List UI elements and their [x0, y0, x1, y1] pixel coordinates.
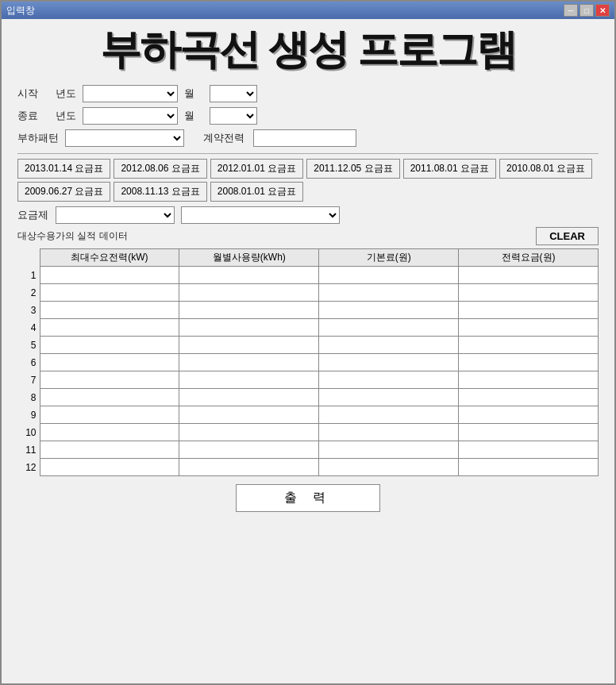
input-basic-fee-4[interactable] — [319, 319, 458, 336]
cell-electricity-fee-2[interactable] — [459, 284, 599, 302]
cell-electricity-fee-4[interactable] — [459, 319, 599, 337]
cell-max-demand-10[interactable] — [40, 424, 179, 441]
cell-electricity-fee-1[interactable] — [459, 267, 599, 284]
cell-monthly-usage-9[interactable] — [179, 406, 319, 424]
cell-monthly-usage-6[interactable] — [179, 354, 319, 371]
tariff-btn-4[interactable]: 2011.08.01 요금표 — [403, 159, 496, 179]
cell-monthly-usage-11[interactable] — [179, 441, 319, 459]
cell-monthly-usage-2[interactable] — [179, 284, 319, 302]
input-electricity-fee-10[interactable] — [459, 424, 598, 441]
end-year-select[interactable] — [83, 107, 178, 125]
pattern-select[interactable] — [65, 129, 184, 147]
input-max-demand-5[interactable] — [40, 337, 179, 353]
tariff-btn-0[interactable]: 2013.01.14 요금표 — [17, 159, 110, 179]
contract-input[interactable] — [253, 129, 356, 147]
cell-monthly-usage-5[interactable] — [179, 337, 319, 354]
cell-basic-fee-8[interactable] — [319, 389, 459, 406]
input-monthly-usage-3[interactable] — [179, 302, 318, 318]
cell-monthly-usage-3[interactable] — [179, 302, 319, 319]
cell-max-demand-4[interactable] — [40, 319, 179, 337]
start-year-select[interactable] — [83, 85, 178, 102]
start-month-select[interactable] — [210, 85, 257, 102]
input-max-demand-12[interactable] — [40, 459, 179, 475]
input-max-demand-8[interactable] — [40, 389, 179, 406]
cell-max-demand-8[interactable] — [40, 389, 179, 406]
clear-button[interactable]: CLEAR — [536, 227, 599, 245]
cell-electricity-fee-7[interactable] — [459, 371, 599, 389]
input-max-demand-1[interactable] — [40, 267, 179, 283]
input-basic-fee-12[interactable] — [319, 459, 458, 475]
input-max-demand-3[interactable] — [40, 302, 179, 318]
cell-electricity-fee-3[interactable] — [459, 302, 599, 319]
cell-basic-fee-11[interactable] — [319, 441, 459, 459]
cell-basic-fee-9[interactable] — [319, 406, 459, 424]
cell-electricity-fee-11[interactable] — [459, 441, 599, 459]
input-monthly-usage-10[interactable] — [179, 424, 318, 441]
cell-max-demand-7[interactable] — [40, 371, 179, 389]
cell-max-demand-3[interactable] — [40, 302, 179, 319]
cell-max-demand-2[interactable] — [40, 284, 179, 302]
cell-monthly-usage-7[interactable] — [179, 371, 319, 389]
input-basic-fee-1[interactable] — [319, 267, 458, 283]
cell-electricity-fee-12[interactable] — [459, 459, 599, 476]
tariff-btn-8[interactable]: 2008.01.01 요금표 — [210, 182, 303, 202]
cell-max-demand-1[interactable] — [40, 267, 179, 284]
cell-max-demand-11[interactable] — [40, 441, 179, 459]
rate-select-1[interactable] — [56, 206, 175, 224]
input-electricity-fee-5[interactable] — [459, 337, 598, 353]
cell-electricity-fee-10[interactable] — [459, 424, 599, 441]
input-monthly-usage-7[interactable] — [179, 371, 318, 388]
input-electricity-fee-1[interactable] — [459, 267, 598, 283]
input-electricity-fee-11[interactable] — [459, 441, 598, 458]
input-electricity-fee-2[interactable] — [459, 284, 598, 301]
cell-electricity-fee-8[interactable] — [459, 389, 599, 406]
cell-monthly-usage-12[interactable] — [179, 459, 319, 476]
cell-monthly-usage-10[interactable] — [179, 424, 319, 441]
input-monthly-usage-9[interactable] — [179, 406, 318, 423]
input-monthly-usage-8[interactable] — [179, 389, 318, 406]
input-monthly-usage-2[interactable] — [179, 284, 318, 301]
maximize-button[interactable]: □ — [579, 4, 594, 17]
input-max-demand-6[interactable] — [40, 354, 179, 371]
cell-basic-fee-12[interactable] — [319, 459, 459, 476]
minimize-button[interactable]: ─ — [564, 4, 578, 17]
cell-basic-fee-3[interactable] — [319, 302, 459, 319]
input-max-demand-7[interactable] — [40, 371, 179, 388]
cell-monthly-usage-8[interactable] — [179, 389, 319, 406]
input-electricity-fee-12[interactable] — [459, 459, 598, 475]
input-electricity-fee-7[interactable] — [459, 371, 598, 388]
input-max-demand-4[interactable] — [40, 319, 179, 336]
tariff-btn-3[interactable]: 2011.12.05 요금표 — [306, 159, 399, 179]
input-basic-fee-10[interactable] — [319, 424, 458, 441]
cell-max-demand-5[interactable] — [40, 337, 179, 354]
input-electricity-fee-6[interactable] — [459, 354, 598, 371]
cell-electricity-fee-5[interactable] — [459, 337, 599, 354]
cell-electricity-fee-6[interactable] — [459, 354, 599, 371]
tariff-btn-7[interactable]: 2008.11.13 요금표 — [114, 182, 206, 202]
close-button[interactable]: ✕ — [595, 4, 610, 17]
input-monthly-usage-11[interactable] — [179, 441, 318, 458]
cell-basic-fee-1[interactable] — [319, 267, 459, 284]
input-max-demand-11[interactable] — [40, 441, 179, 458]
end-month-select[interactable] — [210, 107, 257, 125]
input-electricity-fee-9[interactable] — [459, 406, 598, 423]
input-monthly-usage-1[interactable] — [179, 267, 318, 283]
tariff-btn-5[interactable]: 2010.08.01 요금표 — [499, 159, 592, 179]
input-basic-fee-5[interactable] — [319, 337, 458, 353]
input-max-demand-9[interactable] — [40, 406, 179, 423]
cell-max-demand-9[interactable] — [40, 406, 179, 424]
input-basic-fee-3[interactable] — [319, 302, 458, 318]
input-monthly-usage-4[interactable] — [179, 319, 318, 336]
input-basic-fee-9[interactable] — [319, 406, 458, 423]
input-max-demand-10[interactable] — [40, 424, 179, 441]
tariff-btn-2[interactable]: 2012.01.01 요금표 — [210, 159, 303, 179]
input-monthly-usage-5[interactable] — [179, 337, 318, 353]
cell-max-demand-12[interactable] — [40, 459, 179, 476]
input-max-demand-2[interactable] — [40, 284, 179, 301]
input-basic-fee-11[interactable] — [319, 441, 458, 458]
cell-max-demand-6[interactable] — [40, 354, 179, 371]
input-basic-fee-2[interactable] — [319, 284, 458, 301]
output-button[interactable]: 출 력 — [236, 484, 380, 512]
cell-electricity-fee-9[interactable] — [459, 406, 599, 424]
rate-select-2[interactable] — [181, 206, 340, 224]
